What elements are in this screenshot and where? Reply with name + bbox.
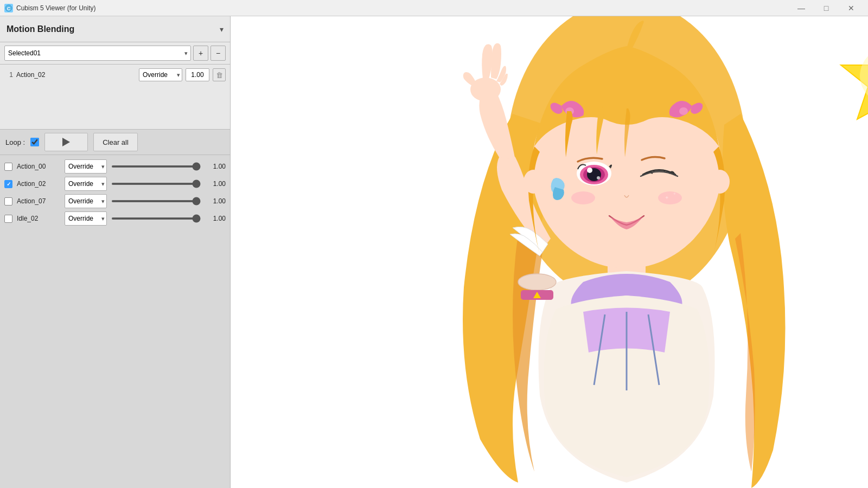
svg-point-16 <box>679 107 688 115</box>
value-display: 1.00 <box>205 180 226 188</box>
controls-row: Loop : Clear all <box>0 130 230 155</box>
play-icon <box>62 138 70 146</box>
action-checkbox-Action_00[interactable] <box>4 163 12 171</box>
motion-blending-header: Motion Blending ▾ <box>0 16 230 42</box>
blend-select-wrapper: OverrideAdditiveMultiply <box>65 159 107 174</box>
clear-all-button[interactable]: Clear all <box>93 133 138 151</box>
action-list-bottom: Action_00OverrideAdditiveMultiply1.00Act… <box>0 155 230 230</box>
titlebar: C Cubism 5 Viewer (for Unity) — □ ✕ <box>0 0 868 16</box>
value-display: 1.00 <box>205 197 226 205</box>
svg-point-10 <box>518 274 556 290</box>
bottom-action-item: Action_02OverrideAdditiveMultiply1.00 <box>4 176 226 192</box>
value-display: 1.00 <box>205 163 226 170</box>
minimize-button[interactable]: — <box>789 0 814 16</box>
selected-dropdown-wrapper: Selected01 <box>4 46 191 61</box>
loop-checkbox[interactable] <box>30 138 39 146</box>
slider-container <box>111 183 201 185</box>
close-button[interactable]: ✕ <box>839 0 864 16</box>
action-name: Action_02 <box>17 180 60 188</box>
play-button[interactable] <box>44 133 88 151</box>
blend-slider[interactable] <box>111 217 201 220</box>
svg-point-23 <box>571 191 595 204</box>
chevron-down-icon[interactable]: ▾ <box>220 25 224 34</box>
bottom-action-item: Action_07OverrideAdditiveMultiply1.00 <box>4 193 226 209</box>
remove-button[interactable]: − <box>210 46 226 61</box>
titlebar-left: C Cubism 5 Viewer (for Unity) <box>4 4 95 12</box>
add-button[interactable]: + <box>193 46 208 61</box>
bottom-action-item: Action_00OverrideAdditiveMultiply1.00 <box>4 158 226 175</box>
right-panel: ✦ ✦ <box>231 16 868 488</box>
svg-text:✦: ✦ <box>665 195 669 201</box>
blend-select-wrapper: OverrideAdditiveMultiply <box>65 211 107 226</box>
svg-text:✦: ✦ <box>673 191 676 196</box>
action-checkbox-Idle_02[interactable] <box>4 215 12 223</box>
svg-point-21 <box>587 168 592 173</box>
action-name: Idle_02 <box>17 215 60 222</box>
titlebar-controls: — □ ✕ <box>789 0 864 16</box>
blend-select[interactable]: OverrideAdditiveMultiply <box>65 159 107 174</box>
svg-point-27 <box>524 170 543 194</box>
maximize-button[interactable]: □ <box>814 0 839 16</box>
blend-select[interactable]: OverrideAdditiveMultiply <box>65 211 107 226</box>
value-display: 1.00 <box>205 215 226 222</box>
app-icon: C <box>4 4 13 12</box>
main-content: Motion Blending ▾ Selected01 + − 1 Actio… <box>0 16 868 488</box>
svg-text:C: C <box>7 6 11 11</box>
delete-button[interactable]: 🗑 <box>213 68 226 81</box>
slider-container <box>111 217 201 220</box>
blend-select-top[interactable]: Override Additive Multiply <box>139 68 182 81</box>
action-name-top: Action_02 <box>16 71 136 79</box>
blend-slider[interactable] <box>111 200 201 202</box>
left-panel: Motion Blending ▾ Selected01 + − 1 Actio… <box>0 16 231 488</box>
svg-point-24 <box>658 191 682 204</box>
action-name: Action_00 <box>17 163 60 170</box>
slider-container <box>111 200 201 202</box>
action-checkbox-Action_07[interactable] <box>4 197 12 206</box>
action-name: Action_07 <box>17 197 60 205</box>
slider-container <box>111 165 201 168</box>
blend-select-wrapper: OverrideAdditiveMultiply <box>65 194 107 208</box>
motion-blending-title: Motion Blending <box>7 24 74 34</box>
top-action-item: 1 Action_02 Override Additive Multiply 🗑 <box>4 67 226 83</box>
action-checkbox-Action_02[interactable] <box>4 180 12 188</box>
blend-select-wrapper: OverrideAdditiveMultiply <box>65 177 107 191</box>
action-number: 1 <box>4 71 13 79</box>
bottom-action-item: Idle_02OverrideAdditiveMultiply1.00 <box>4 210 226 227</box>
value-input-top[interactable] <box>186 68 209 81</box>
blend-select[interactable]: OverrideAdditiveMultiply <box>65 177 107 191</box>
titlebar-title: Cubism 5 Viewer (for Unity) <box>16 4 95 12</box>
blend-slider[interactable] <box>111 165 201 168</box>
blend-slider[interactable] <box>111 183 201 185</box>
selected-dropdown[interactable]: Selected01 <box>4 46 191 61</box>
blend-select[interactable]: OverrideAdditiveMultiply <box>65 194 107 208</box>
loop-label: Loop : <box>5 138 25 146</box>
selected-row: Selected01 + − <box>0 42 230 65</box>
blend-dropdown-wrapper: Override Additive Multiply <box>139 68 182 81</box>
svg-point-22 <box>597 176 600 179</box>
svg-point-28 <box>710 170 730 194</box>
action-list-top: 1 Action_02 Override Additive Multiply 🗑 <box>0 65 230 130</box>
character-display: ✦ ✦ <box>231 16 868 488</box>
